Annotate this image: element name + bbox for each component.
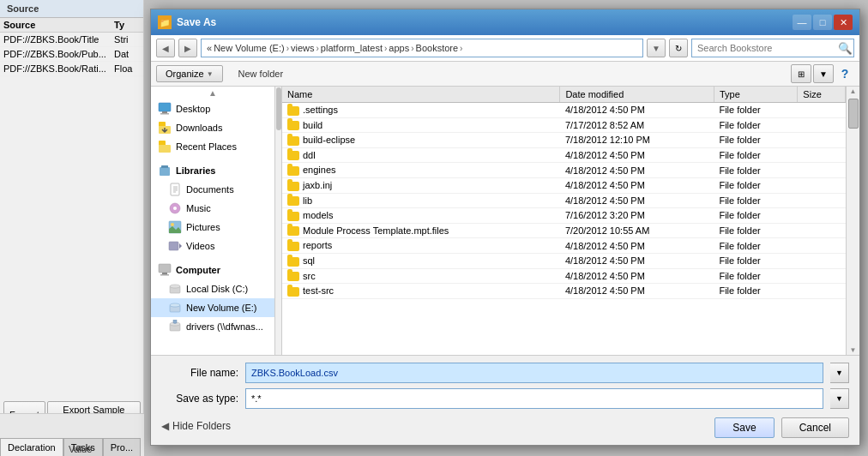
nav-item-drivers[interactable]: drivers (\\dfwnas... [151, 317, 274, 336]
table-row[interactable]: src 4/18/2012 4:50 PM File folder [282, 268, 846, 284]
nav-item-recent[interactable]: Recent Places [151, 137, 274, 156]
back-button[interactable]: ◀ [156, 39, 175, 57]
col-date[interactable]: Date modified [560, 87, 714, 103]
file-list: Name Date modified Type Size .settings 4… [282, 87, 846, 355]
file-size-cell [798, 103, 846, 118]
view-button[interactable]: ⊞ [791, 64, 811, 83]
organize-button[interactable]: Organize ▼ [156, 65, 223, 82]
table-row[interactable]: .settings 4/18/2012 4:50 PM File folder [282, 103, 846, 118]
nav-item-new-volume[interactable]: New Volume (E:) [151, 298, 274, 317]
file-size-cell [798, 133, 846, 148]
nav-item-documents[interactable]: Documents [151, 180, 274, 199]
file-name-cell: lib [282, 193, 560, 208]
nav-item-libraries[interactable]: Libraries [151, 161, 274, 180]
nav-item-computer[interactable]: Computer [151, 261, 274, 279]
forward-button[interactable]: ▶ [178, 39, 197, 57]
new-folder-button[interactable]: New folder [230, 66, 292, 81]
file-size-cell [798, 117, 846, 133]
source-label: Source [7, 3, 39, 14]
file-type-cell: File folder [714, 193, 797, 208]
nav-item-desktop[interactable]: Desktop [151, 99, 274, 118]
table-row[interactable]: ddl 4/18/2012 4:50 PM File folder [282, 147, 846, 163]
table-row[interactable]: build 7/17/2012 8:52 AM File folder [282, 117, 846, 133]
type-cell: Floa [111, 62, 143, 76]
filename-input[interactable] [245, 363, 823, 383]
file-list-container: Name Date modified Type Size .settings 4… [282, 87, 859, 355]
maximize-button[interactable]: □ [813, 15, 832, 30]
scroll-thumb [848, 99, 859, 129]
folder-icon [287, 226, 299, 236]
nav-item-music[interactable]: Music [151, 199, 274, 218]
scroll-down-arrow: ▼ [850, 346, 857, 355]
dropdown-path-button[interactable]: ▼ [647, 39, 666, 57]
table-row[interactable]: models 7/16/2012 3:20 PM File folder [282, 208, 846, 224]
saveas-input[interactable] [245, 388, 823, 409]
downloads-label: Downloads [176, 123, 222, 133]
table-row[interactable]: test-src 4/18/2012 4:50 PM File folder [282, 284, 846, 299]
col-type: Ty [111, 18, 143, 33]
music-icon [168, 201, 182, 215]
save-button[interactable]: Save [714, 417, 774, 438]
view-dropdown-button[interactable]: ▼ [813, 64, 834, 83]
table-row[interactable]: build-eclipse 7/18/2012 12:10 PM File fo… [282, 133, 846, 148]
nav-scrollbar[interactable] [275, 87, 282, 355]
help-button[interactable]: ? [835, 64, 854, 83]
path-arrow-2: › [316, 44, 319, 53]
col-type[interactable]: Type [714, 87, 797, 103]
table-row[interactable]: sql 4/18/2012 4:50 PM File folder [282, 253, 846, 268]
cancel-button[interactable]: Cancel [781, 417, 849, 438]
col-source: Source [0, 18, 111, 33]
table-row[interactable]: engines 4/18/2012 4:50 PM File folder [282, 163, 846, 178]
path-views: views [291, 43, 315, 53]
table-row[interactable]: reports 4/18/2012 4:50 PM File folder [282, 238, 846, 254]
file-type-cell: File folder [714, 163, 797, 178]
svg-point-22 [170, 303, 180, 307]
file-size-cell [798, 253, 846, 268]
table-header-row: Name Date modified Type Size [282, 87, 846, 103]
svg-rect-0 [159, 103, 171, 111]
svg-rect-18 [160, 274, 169, 276]
file-size-cell [798, 147, 846, 163]
table-row[interactable]: lib 4/18/2012 4:50 PM File folder [282, 193, 846, 208]
source-cell: PDF://ZBKS.Book/Rati... [0, 62, 111, 76]
table-row[interactable]: Module Process Template.mpt.files 7/20/2… [282, 223, 846, 238]
file-date-cell: 7/17/2012 8:52 AM [560, 117, 714, 133]
file-date-cell: 4/18/2012 4:50 PM [560, 253, 714, 268]
bottom-actions: ◀ Hide Folders Save Cancel [161, 414, 849, 438]
file-name-cell: reports [282, 238, 560, 254]
nav-item-downloads[interactable]: Downloads [151, 118, 274, 137]
col-size[interactable]: Size [798, 87, 846, 103]
file-type-cell: File folder [714, 177, 797, 193]
file-date-cell: 4/18/2012 4:50 PM [560, 284, 714, 299]
hide-folders-button[interactable]: Hide Folders [172, 420, 231, 432]
file-type-cell: File folder [714, 268, 797, 284]
local-disk-icon [168, 282, 182, 296]
svg-point-13 [171, 223, 174, 226]
nav-item-videos[interactable]: Videos [151, 237, 274, 255]
declaration-tab[interactable]: Declaration [0, 438, 63, 456]
search-icon[interactable]: 🔍 [837, 40, 853, 56]
svg-point-20 [170, 285, 180, 288]
file-scrollbar[interactable]: ▲ ▼ [846, 87, 859, 355]
pro-tab[interactable]: Pro... [103, 438, 141, 456]
videos-icon [168, 239, 182, 253]
close-button[interactable]: ✕ [834, 15, 853, 30]
saveas-dropdown-button[interactable]: ▼ [830, 388, 849, 409]
refresh-button[interactable]: ↻ [669, 39, 688, 57]
filename-label: File name: [161, 367, 238, 379]
minimize-button[interactable]: — [793, 15, 811, 30]
address-path[interactable]: « New Volume (E:) › views › platform_lat… [201, 39, 643, 57]
path-platform: platform_latest [321, 43, 383, 53]
table-row[interactable]: jaxb.inj 4/18/2012 4:50 PM File folder [282, 177, 846, 193]
col-name[interactable]: Name [282, 87, 560, 103]
nav-item-local-disk[interactable]: Local Disk (C:) [151, 279, 274, 298]
main-content: ▲ Desktop Downloads [151, 87, 859, 355]
nav-item-pictures[interactable]: Pictures [151, 218, 274, 237]
file-type-cell: File folder [714, 223, 797, 238]
file-name-cell: engines [282, 163, 560, 178]
search-input[interactable] [691, 39, 854, 57]
svg-rect-8 [161, 165, 168, 168]
filename-dropdown-button[interactable]: ▼ [830, 363, 849, 383]
file-date-cell: 4/18/2012 4:50 PM [560, 177, 714, 193]
filename-row: File name: ▼ [161, 363, 849, 383]
